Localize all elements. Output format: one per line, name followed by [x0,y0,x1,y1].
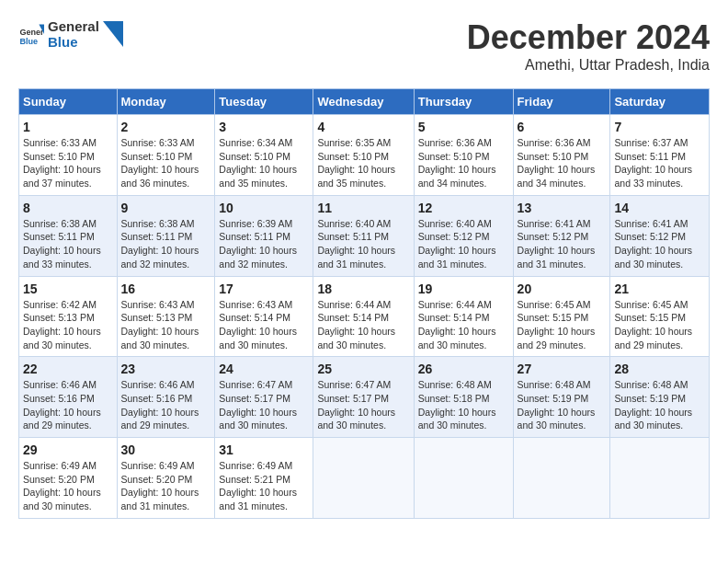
day-number: 15 [23,282,113,296]
day-info: Sunrise: 6:46 AMSunset: 5:16 PMDaylight:… [23,379,101,431]
calendar-cell: 2 Sunrise: 6:33 AMSunset: 5:10 PMDayligh… [117,115,215,196]
day-number: 23 [121,362,211,376]
svg-text:Blue: Blue [19,37,38,46]
calendar-cell: 25 Sunrise: 6:47 AMSunset: 5:17 PMDaylig… [313,357,414,438]
day-number: 24 [219,362,309,376]
day-info: Sunrise: 6:40 AMSunset: 5:11 PMDaylight:… [317,218,395,270]
calendar-cell: 27 Sunrise: 6:48 AMSunset: 5:19 PMDaylig… [513,357,610,438]
weekday-header-saturday: Saturday [610,89,710,115]
calendar-cell [513,438,610,519]
day-info: Sunrise: 6:49 AMSunset: 5:21 PMDaylight:… [219,460,297,511]
day-number: 19 [418,282,509,296]
logo-general: General [48,18,99,34]
calendar-cell: 9 Sunrise: 6:38 AMSunset: 5:11 PMDayligh… [117,195,215,276]
calendar-cell: 31 Sunrise: 6:49 AMSunset: 5:21 PMDaylig… [215,438,313,519]
day-info: Sunrise: 6:39 AMSunset: 5:11 PMDaylight:… [219,218,297,270]
logo: General Blue General Blue [18,18,123,50]
day-number: 11 [317,201,409,215]
day-info: Sunrise: 6:38 AMSunset: 5:11 PMDaylight:… [121,218,199,270]
day-info: Sunrise: 6:34 AMSunset: 5:10 PMDaylight:… [219,137,297,189]
day-number: 6 [518,120,607,134]
day-number: 10 [219,201,309,215]
logo-icon: General Blue [18,21,44,47]
day-info: Sunrise: 6:43 AMSunset: 5:14 PMDaylight:… [219,299,297,350]
day-number: 29 [23,442,113,457]
weekday-header-row: SundayMondayTuesdayWednesdayThursdayFrid… [19,89,710,115]
day-info: Sunrise: 6:42 AMSunset: 5:13 PMDaylight:… [23,299,101,350]
day-number: 27 [518,362,607,376]
calendar-cell: 6 Sunrise: 6:36 AMSunset: 5:10 PMDayligh… [513,115,610,196]
calendar-cell: 23 Sunrise: 6:46 AMSunset: 5:16 PMDaylig… [117,357,215,438]
calendar-week-row: 29 Sunrise: 6:49 AMSunset: 5:20 PMDaylig… [19,438,710,519]
day-number: 16 [121,282,211,296]
day-number: 31 [219,442,309,457]
day-info: Sunrise: 6:47 AMSunset: 5:17 PMDaylight:… [219,379,297,431]
calendar-cell: 11 Sunrise: 6:40 AMSunset: 5:11 PMDaylig… [313,195,414,276]
calendar-cell: 10 Sunrise: 6:39 AMSunset: 5:11 PMDaylig… [215,195,313,276]
calendar-cell: 30 Sunrise: 6:49 AMSunset: 5:20 PMDaylig… [117,438,215,519]
calendar-cell: 18 Sunrise: 6:44 AMSunset: 5:14 PMDaylig… [313,276,414,357]
day-info: Sunrise: 6:46 AMSunset: 5:16 PMDaylight:… [121,379,199,431]
day-info: Sunrise: 6:44 AMSunset: 5:14 PMDaylight:… [317,299,395,350]
day-number: 20 [518,282,607,296]
calendar-cell: 19 Sunrise: 6:44 AMSunset: 5:14 PMDaylig… [414,276,513,357]
day-info: Sunrise: 6:48 AMSunset: 5:18 PMDaylight:… [418,379,496,431]
day-number: 22 [23,362,113,376]
calendar-cell: 21 Sunrise: 6:45 AMSunset: 5:15 PMDaylig… [610,276,710,357]
day-number: 7 [614,120,705,134]
weekday-header-friday: Friday [513,89,610,115]
calendar-cell: 13 Sunrise: 6:41 AMSunset: 5:12 PMDaylig… [513,195,610,276]
calendar-cell: 4 Sunrise: 6:35 AMSunset: 5:10 PMDayligh… [313,115,414,196]
calendar-cell [414,438,513,519]
day-info: Sunrise: 6:45 AMSunset: 5:15 PMDaylight:… [518,299,596,350]
logo-blue: Blue [48,34,99,50]
location-title: Amethi, Uttar Pradesh, India [467,57,710,74]
day-info: Sunrise: 6:44 AMSunset: 5:14 PMDaylight:… [418,299,496,350]
day-info: Sunrise: 6:48 AMSunset: 5:19 PMDaylight:… [518,379,596,431]
calendar-cell [313,438,414,519]
day-number: 3 [219,120,309,134]
day-number: 1 [23,120,113,134]
weekday-header-monday: Monday [117,89,215,115]
day-info: Sunrise: 6:49 AMSunset: 5:20 PMDaylight:… [121,460,199,511]
day-number: 4 [317,120,409,134]
day-number: 18 [317,282,409,296]
calendar-cell: 12 Sunrise: 6:40 AMSunset: 5:12 PMDaylig… [414,195,513,276]
calendar-cell [610,438,710,519]
calendar-week-row: 15 Sunrise: 6:42 AMSunset: 5:13 PMDaylig… [19,276,710,357]
weekday-header-wednesday: Wednesday [313,89,414,115]
day-info: Sunrise: 6:33 AMSunset: 5:10 PMDaylight:… [121,137,199,189]
calendar-cell: 14 Sunrise: 6:41 AMSunset: 5:12 PMDaylig… [610,195,710,276]
calendar-cell: 3 Sunrise: 6:34 AMSunset: 5:10 PMDayligh… [215,115,313,196]
day-number: 14 [614,201,705,215]
logo-arrow-icon [103,21,123,47]
svg-text:General: General [19,28,44,37]
day-number: 26 [418,362,509,376]
day-number: 30 [121,442,211,457]
day-info: Sunrise: 6:35 AMSunset: 5:10 PMDaylight:… [317,137,395,189]
month-title: December 2024 [467,18,710,57]
svg-marker-3 [103,21,123,47]
day-info: Sunrise: 6:45 AMSunset: 5:15 PMDaylight:… [614,299,692,350]
calendar-cell: 29 Sunrise: 6:49 AMSunset: 5:20 PMDaylig… [19,438,118,519]
weekday-header-thursday: Thursday [414,89,513,115]
calendar-cell: 16 Sunrise: 6:43 AMSunset: 5:13 PMDaylig… [117,276,215,357]
day-number: 13 [518,201,607,215]
day-number: 5 [418,120,509,134]
weekday-header-tuesday: Tuesday [215,89,313,115]
day-info: Sunrise: 6:38 AMSunset: 5:11 PMDaylight:… [23,218,101,270]
calendar-cell: 5 Sunrise: 6:36 AMSunset: 5:10 PMDayligh… [414,115,513,196]
calendar-cell: 7 Sunrise: 6:37 AMSunset: 5:11 PMDayligh… [610,115,710,196]
header: General Blue General Blue December 2024 … [18,18,710,74]
calendar-week-row: 1 Sunrise: 6:33 AMSunset: 5:10 PMDayligh… [19,115,710,196]
day-info: Sunrise: 6:36 AMSunset: 5:10 PMDaylight:… [418,137,496,189]
day-info: Sunrise: 6:47 AMSunset: 5:17 PMDaylight:… [317,379,395,431]
day-number: 8 [23,201,113,215]
title-section: December 2024 Amethi, Uttar Pradesh, Ind… [467,18,710,74]
calendar-cell: 17 Sunrise: 6:43 AMSunset: 5:14 PMDaylig… [215,276,313,357]
day-info: Sunrise: 6:36 AMSunset: 5:10 PMDaylight:… [518,137,596,189]
calendar-cell: 26 Sunrise: 6:48 AMSunset: 5:18 PMDaylig… [414,357,513,438]
calendar-week-row: 8 Sunrise: 6:38 AMSunset: 5:11 PMDayligh… [19,195,710,276]
calendar-cell: 20 Sunrise: 6:45 AMSunset: 5:15 PMDaylig… [513,276,610,357]
day-info: Sunrise: 6:33 AMSunset: 5:10 PMDaylight:… [23,137,101,189]
